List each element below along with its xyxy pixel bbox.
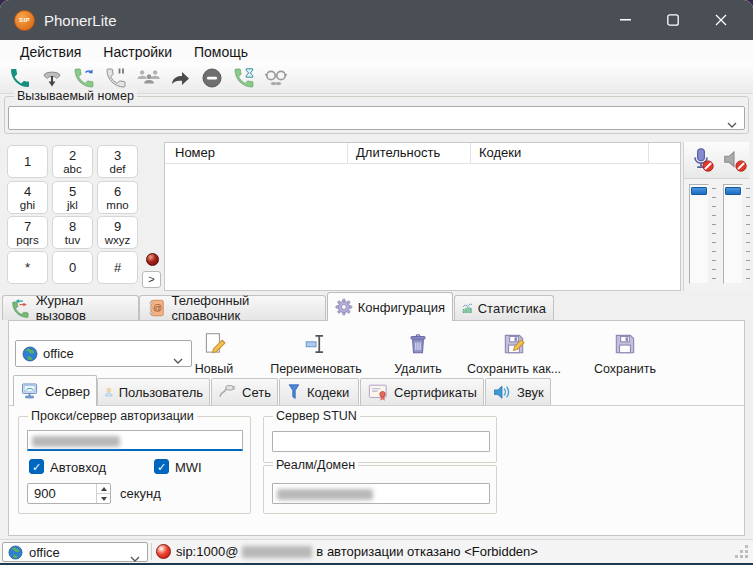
dialpad-expand-button[interactable]: > xyxy=(142,271,161,288)
dialpad-key-8[interactable]: 8tuv xyxy=(52,216,93,249)
globe-icon xyxy=(22,346,38,365)
audio-panel xyxy=(683,142,749,291)
server-icon xyxy=(20,381,40,401)
pickup-button[interactable] xyxy=(39,65,65,91)
status-message-suffix: в авторизации отказано <Forbidden> xyxy=(316,544,538,559)
save-icon xyxy=(570,331,680,360)
globe-icon xyxy=(8,545,23,563)
proxy-value-redacted xyxy=(32,436,120,447)
maximize-button[interactable] xyxy=(649,0,697,40)
chevron-down-icon[interactable] xyxy=(727,116,737,131)
mwi-checkbox[interactable]: ✓ xyxy=(154,459,169,474)
menu-help[interactable]: Помощь xyxy=(183,44,259,60)
tab-configuration[interactable]: Конфигурация xyxy=(327,292,453,321)
dialpad-key-hash[interactable]: # xyxy=(97,251,138,284)
trash-icon xyxy=(378,331,458,360)
stun-group-label: Сервер STUN xyxy=(273,409,360,423)
transfer-button[interactable] xyxy=(167,65,193,91)
call-button[interactable] xyxy=(7,65,33,91)
speaker-muted-icon[interactable] xyxy=(721,146,747,175)
register-interval-value: 900 xyxy=(34,486,56,501)
dialpad-key-2[interactable]: 2abc xyxy=(52,145,93,178)
titlebar: SIP PhonerLite xyxy=(0,0,753,40)
redial-button[interactable] xyxy=(71,65,97,91)
dialpad-key-1[interactable]: 1 xyxy=(7,145,48,178)
column-codecs[interactable]: Кодеки xyxy=(471,143,649,163)
speaker-slider-handle[interactable] xyxy=(725,187,741,195)
dialpad-key-7[interactable]: 7pqrs xyxy=(7,216,48,249)
proxy-input[interactable] xyxy=(27,430,243,451)
sound-icon xyxy=(492,382,512,402)
stun-input[interactable] xyxy=(272,431,490,452)
hold-button[interactable] xyxy=(103,65,129,91)
gear-icon xyxy=(335,296,353,318)
call-list-body xyxy=(165,164,680,290)
profile-save-button[interactable]: Сохранить xyxy=(570,331,680,383)
profile-select-value: office xyxy=(43,346,74,361)
register-interval-spinner[interactable]: 900 xyxy=(27,483,111,504)
anonymous-button[interactable] xyxy=(263,65,289,91)
registration-status-led xyxy=(156,544,171,559)
tab-statistics[interactable]: Статистика xyxy=(454,295,554,320)
spinner-up-button[interactable] xyxy=(97,484,110,493)
menu-actions[interactable]: Действия xyxy=(9,44,92,60)
status-host-redacted xyxy=(242,546,312,558)
resize-grip[interactable] xyxy=(745,555,748,558)
config-tab-sound[interactable]: Звук xyxy=(485,378,551,405)
microphone-muted-icon[interactable] xyxy=(688,146,714,175)
statusbar: office sip:1000@ в авторизации отказано … xyxy=(0,539,753,563)
rename-icon xyxy=(252,331,380,360)
stun-group: Сервер STUN xyxy=(263,416,497,463)
spinner-down-button[interactable] xyxy=(97,493,110,503)
profile-rename-button[interactable]: Переименовать xyxy=(252,331,380,383)
autologin-checkbox[interactable]: ✓ xyxy=(29,459,44,474)
dialpad-key-star[interactable]: * xyxy=(7,251,48,284)
menubar: Действия Настройки Помощь xyxy=(0,40,753,63)
config-tab-codecs[interactable]: Кодеки xyxy=(279,378,359,405)
dialpad-key-9[interactable]: 9wxyz xyxy=(97,216,138,249)
status-profile-value: office xyxy=(29,545,60,560)
conference-button[interactable] xyxy=(135,65,161,91)
dialpad-key-4[interactable]: 4ghi xyxy=(7,181,48,214)
proxy-group-label: Прокси/сервер авторизации xyxy=(28,409,197,423)
network-icon xyxy=(218,383,237,401)
dial-number-group: Вызываемый номер xyxy=(4,96,749,134)
profile-new-button[interactable]: Новый xyxy=(170,331,258,383)
tab-call-log[interactable]: Журнал вызовов xyxy=(2,295,139,320)
dialpad-key-6[interactable]: 6mno xyxy=(97,181,138,214)
status-message: sip:1000@ в авторизации отказано <Forbid… xyxy=(176,544,538,559)
speaker-volume-slider[interactable] xyxy=(723,184,743,284)
config-tab-server[interactable]: Сервер xyxy=(13,375,97,406)
microphone-volume-slider[interactable] xyxy=(689,184,709,284)
tab-phonebook[interactable]: @ Телефонный справочник xyxy=(139,295,326,320)
dial-number-label: Вызываемый номер xyxy=(14,89,137,103)
column-duration[interactable]: Длительность xyxy=(348,143,471,163)
do-not-disturb-button[interactable] xyxy=(199,65,225,91)
spinner-buttons xyxy=(96,484,110,503)
minimize-button[interactable] xyxy=(601,0,649,40)
close-button[interactable] xyxy=(697,0,745,40)
chevron-down-icon[interactable] xyxy=(130,550,140,565)
call-waiting-button[interactable] xyxy=(231,65,257,91)
caption-buttons xyxy=(601,0,745,40)
config-tab-certificates[interactable]: Сертификаты xyxy=(360,378,484,405)
record-indicator xyxy=(146,253,159,266)
dialpad-key-0[interactable]: 0 xyxy=(52,251,93,284)
dialpad-key-5[interactable]: 5jkl xyxy=(52,181,93,214)
realm-input[interactable] xyxy=(272,483,490,504)
profile-select[interactable]: office xyxy=(15,340,192,367)
call-list-header: Номер Длительность Кодеки xyxy=(165,143,680,164)
save-as-icon xyxy=(455,331,573,360)
config-tab-network[interactable]: Сеть xyxy=(211,378,278,405)
menu-settings[interactable]: Настройки xyxy=(92,44,183,60)
codecs-icon xyxy=(286,382,302,402)
profile-delete-button[interactable]: Удалить xyxy=(378,331,458,383)
column-number[interactable]: Номер xyxy=(165,143,348,163)
dial-number-input[interactable] xyxy=(8,106,745,130)
profile-save-as-button[interactable]: Сохранить как... xyxy=(455,331,573,383)
dialpad-key-3[interactable]: 3def xyxy=(97,145,138,178)
mwi-label: MWI xyxy=(175,460,202,475)
microphone-slider-handle[interactable] xyxy=(691,187,707,195)
config-tab-user[interactable]: Пользователь xyxy=(97,378,210,405)
status-profile-select[interactable]: office xyxy=(2,542,148,562)
